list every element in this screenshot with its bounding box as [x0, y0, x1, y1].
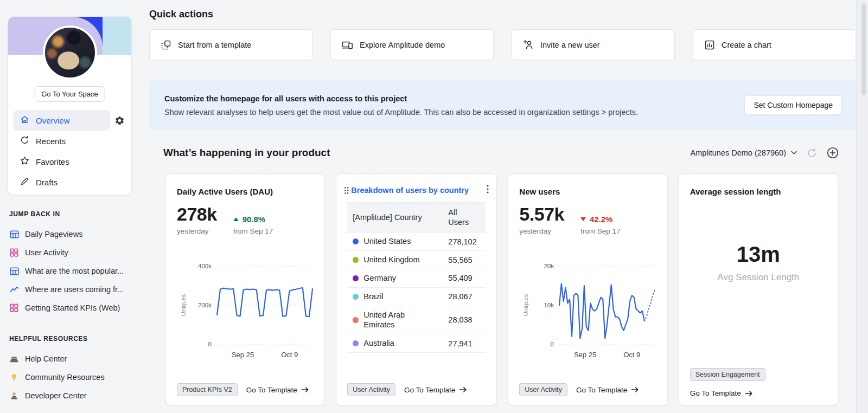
- sidebar-nav: Overview Recents Favorites: [14, 110, 110, 192]
- banner-subtitle: Show relevant analyses to help users get…: [164, 108, 841, 117]
- sidebar-item-label: Developer Center: [25, 391, 87, 400]
- sidebar-item-label: What are the most popular...: [25, 267, 124, 275]
- pencil-icon: [20, 177, 29, 188]
- quick-action-label: Start from a template: [178, 41, 251, 49]
- svg-text:Oct 9: Oct 9: [624, 351, 641, 359]
- set-custom-homepage-button[interactable]: Set Custom Homepage: [744, 95, 842, 115]
- chevron-down-icon: [791, 151, 797, 155]
- refresh-icon: [20, 135, 29, 146]
- go-to-your-space-button[interactable]: Go To Your Space: [34, 86, 105, 102]
- sidebar-item-daily-pageviews[interactable]: Daily Pageviews: [9, 225, 134, 243]
- sidebar-item-favorites[interactable]: Favorites: [14, 151, 110, 172]
- add-card-icon[interactable]: [827, 147, 839, 159]
- template-badge[interactable]: Session Engagement: [690, 368, 765, 381]
- template-badge[interactable]: Product KPIs V2: [177, 383, 238, 396]
- new-users-delta: 42.2%: [590, 215, 613, 223]
- up-triangle-icon: [233, 217, 239, 221]
- sidebar-item-community-resources[interactable]: Community Resources: [9, 368, 134, 386]
- drag-handle-icon[interactable]: [344, 186, 349, 195]
- series-color-dot: [353, 340, 359, 346]
- card-title-link[interactable]: Breakdown of users by country: [351, 186, 469, 195]
- new-users-delta-note: from Sep 17: [580, 227, 621, 235]
- developer-icon: [9, 391, 19, 400]
- sidebar-item-most-popular[interactable]: What are the most popular...: [9, 262, 134, 280]
- new-users-card: New users 5.57k yesterday 42.2% from Sep…: [508, 173, 667, 405]
- sidebar-item-recents[interactable]: Recents: [14, 131, 110, 151]
- sidebar-item-help-center[interactable]: Help Center: [9, 350, 134, 368]
- create-chart-button[interactable]: Create a chart: [693, 29, 856, 60]
- sidebar-item-drafts[interactable]: Drafts: [14, 172, 110, 192]
- svg-text:Uniques: Uniques: [524, 294, 529, 316]
- svg-text:Uniques: Uniques: [181, 294, 187, 316]
- template-badge[interactable]: User Activity: [519, 383, 567, 396]
- quick-action-label: Explore Amplitude demo: [360, 41, 445, 49]
- card-title: New users: [519, 187, 656, 196]
- sidebar-item-where-users-coming-from[interactable]: Where are users coming fr...: [9, 280, 134, 299]
- sidebar-item-label: Recents: [36, 137, 66, 146]
- svg-text:Sep 25: Sep 25: [232, 351, 254, 359]
- table-icon: [9, 230, 19, 239]
- go-to-template-link[interactable]: Go To Template: [576, 386, 639, 394]
- svg-text:200k: 200k: [198, 302, 212, 308]
- table-row: Brazil28,067: [347, 287, 486, 306]
- go-to-template-link[interactable]: Go To Template: [246, 386, 309, 394]
- metric-cards-row: Daily Active Users (DAU) 278k yesterday …: [165, 173, 838, 405]
- invite-user-button[interactable]: Invite a new user: [512, 29, 675, 60]
- kebab-menu-icon[interactable]: [487, 185, 489, 193]
- sidebar-item-developer-center[interactable]: Developer Center: [9, 386, 134, 405]
- new-users-period: yesterday: [519, 227, 564, 235]
- sidebar-item-user-activity[interactable]: User Activity: [9, 243, 134, 262]
- dashboard-icon: [9, 304, 19, 312]
- sidebar-item-label: User Activity: [25, 248, 68, 257]
- sidebar-item-getting-started-kpis[interactable]: Getting Started KPIs (Web): [9, 299, 134, 317]
- template-badge[interactable]: User Activity: [347, 383, 395, 396]
- card-title: Daily Active Users (DAU): [177, 187, 314, 196]
- svg-text:Sep 25: Sep 25: [574, 351, 596, 359]
- svg-text:0: 0: [208, 341, 212, 347]
- helpful-resources-section: HELPFUL RESOURCES Help Center Community …: [9, 335, 134, 405]
- template-icon: [161, 40, 171, 50]
- dau-value: 278k: [177, 205, 217, 223]
- arrow-right-icon: [301, 386, 309, 393]
- series-color-dot: [353, 238, 359, 244]
- quick-actions-title: Quick actions: [149, 9, 213, 20]
- avatar[interactable]: [43, 25, 97, 80]
- helpful-resources-title: HELPFUL RESOURCES: [9, 335, 134, 343]
- session-value: 13m: [679, 243, 838, 265]
- amplitude-home-screen: Go To Your Space Overview Recents: [0, 0, 868, 413]
- project-selector-label: Amplitunes Demo (287960): [690, 149, 786, 157]
- new-users-chart: 010k20kUniquesSep 25Oct 9: [524, 256, 659, 365]
- table-row: Germany55,409: [347, 269, 486, 287]
- scrollbar-thumb[interactable]: [861, 3, 866, 95]
- dashboard-icon: [9, 248, 19, 257]
- start-from-template-button[interactable]: Start from a template: [149, 29, 312, 60]
- sidebar-item-label: Overview: [36, 116, 70, 125]
- series-color-dot: [353, 257, 359, 263]
- sidebar-item-label: Community Resources: [25, 373, 105, 382]
- scrollbar[interactable]: [856, 0, 868, 413]
- dau-delta: 90.8%: [242, 215, 266, 223]
- session-length-card: Average session length 13m Avg Session L…: [679, 173, 838, 405]
- bar-chart-icon: [704, 40, 715, 50]
- arrow-right-icon: [459, 386, 467, 393]
- devices-icon: [342, 40, 353, 50]
- country-table: [Amplitude] Country All Users United Sta…: [347, 202, 486, 353]
- go-to-template-link[interactable]: Go To Template: [690, 389, 753, 397]
- gear-icon[interactable]: [114, 115, 125, 126]
- dau-chart: 0200k400kUniquesSep 25Oct 9: [181, 256, 317, 365]
- go-to-template-link[interactable]: Go To Template: [404, 386, 467, 394]
- line-chart-icon: [9, 285, 19, 294]
- dau-card: Daily Active Users (DAU) 278k yesterday …: [165, 173, 325, 405]
- explore-demo-button[interactable]: Explore Amplitude demo: [330, 29, 494, 60]
- sidebar-item-overview[interactable]: Overview: [14, 110, 110, 131]
- project-selector[interactable]: Amplitunes Demo (287960): [690, 149, 797, 157]
- table-row: United States278,102: [347, 233, 486, 251]
- banner-title: Customize the homepage for all users wit…: [164, 94, 841, 103]
- country-column-header: [Amplitude] Country: [347, 203, 443, 233]
- quick-action-label: Create a chart: [722, 41, 771, 49]
- arrow-right-icon: [745, 390, 753, 397]
- sidebar-item-label: Where are users coming fr...: [25, 285, 124, 294]
- refresh-icon[interactable]: [807, 148, 817, 158]
- customize-homepage-banner: Customize the homepage for all users wit…: [149, 80, 856, 130]
- dau-period: yesterday: [177, 227, 217, 235]
